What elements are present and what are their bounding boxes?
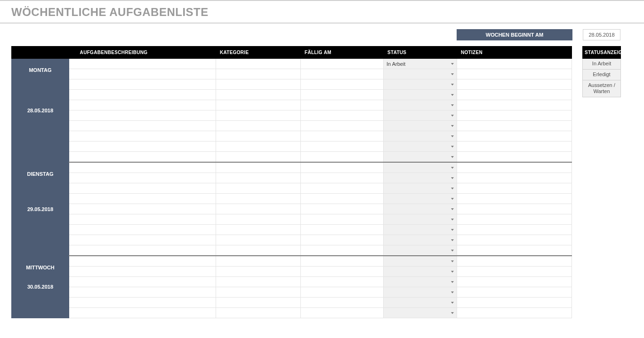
category-cell[interactable] xyxy=(216,79,301,90)
category-cell[interactable] xyxy=(216,256,301,267)
status-dropdown[interactable] xyxy=(384,204,457,214)
desc-cell[interactable] xyxy=(69,121,216,131)
status-dropdown[interactable] xyxy=(384,141,457,152)
due-cell[interactable] xyxy=(301,79,384,90)
due-cell[interactable] xyxy=(301,90,384,100)
due-cell[interactable] xyxy=(301,204,384,214)
category-cell[interactable] xyxy=(216,90,301,100)
status-dropdown[interactable] xyxy=(384,245,457,256)
desc-cell[interactable] xyxy=(69,256,216,267)
status-dropdown[interactable] xyxy=(384,277,457,287)
due-cell[interactable] xyxy=(301,59,384,69)
notes-cell[interactable] xyxy=(457,79,572,90)
category-cell[interactable] xyxy=(216,235,301,245)
notes-cell[interactable] xyxy=(457,90,572,100)
desc-cell[interactable] xyxy=(69,69,216,79)
status-dropdown[interactable] xyxy=(384,110,457,121)
status-dropdown[interactable] xyxy=(384,194,457,204)
status-dropdown[interactable] xyxy=(384,183,457,194)
desc-cell[interactable] xyxy=(69,59,216,69)
status-dropdown[interactable] xyxy=(384,121,457,131)
notes-cell[interactable] xyxy=(457,141,572,152)
due-cell[interactable] xyxy=(301,194,384,204)
notes-cell[interactable] xyxy=(457,277,572,287)
notes-cell[interactable] xyxy=(457,194,572,204)
category-cell[interactable] xyxy=(216,308,301,318)
category-cell[interactable] xyxy=(216,121,301,131)
desc-cell[interactable] xyxy=(69,100,216,110)
due-cell[interactable] xyxy=(301,235,384,245)
desc-cell[interactable] xyxy=(69,308,216,318)
category-cell[interactable] xyxy=(216,204,301,214)
desc-cell[interactable] xyxy=(69,204,216,214)
due-cell[interactable] xyxy=(301,152,384,163)
due-cell[interactable] xyxy=(301,121,384,131)
due-cell[interactable] xyxy=(301,141,384,152)
category-cell[interactable] xyxy=(216,245,301,256)
due-cell[interactable] xyxy=(301,69,384,79)
notes-cell[interactable] xyxy=(457,214,572,225)
desc-cell[interactable] xyxy=(69,235,216,245)
desc-cell[interactable] xyxy=(69,298,216,308)
category-cell[interactable] xyxy=(216,214,301,225)
due-cell[interactable] xyxy=(301,173,384,183)
notes-cell[interactable] xyxy=(457,256,572,267)
category-cell[interactable] xyxy=(216,183,301,194)
category-cell[interactable] xyxy=(216,69,301,79)
notes-cell[interactable] xyxy=(457,298,572,308)
notes-cell[interactable] xyxy=(457,100,572,110)
desc-cell[interactable] xyxy=(69,277,216,287)
category-cell[interactable] xyxy=(216,152,301,163)
status-dropdown[interactable]: In Arbeit xyxy=(384,59,457,69)
notes-cell[interactable] xyxy=(457,235,572,245)
due-cell[interactable] xyxy=(301,131,384,141)
status-dropdown[interactable] xyxy=(384,152,457,163)
notes-cell[interactable] xyxy=(457,287,572,298)
category-cell[interactable] xyxy=(216,173,301,183)
category-cell[interactable] xyxy=(216,141,301,152)
status-dropdown[interactable] xyxy=(384,235,457,245)
due-cell[interactable] xyxy=(301,267,384,277)
notes-cell[interactable] xyxy=(457,308,572,318)
notes-cell[interactable] xyxy=(457,121,572,131)
category-cell[interactable] xyxy=(216,110,301,121)
status-dropdown[interactable] xyxy=(384,100,457,110)
desc-cell[interactable] xyxy=(69,287,216,298)
status-dropdown[interactable] xyxy=(384,225,457,235)
desc-cell[interactable] xyxy=(69,214,216,225)
category-cell[interactable] xyxy=(216,59,301,69)
status-dropdown[interactable] xyxy=(384,256,457,267)
desc-cell[interactable] xyxy=(69,90,216,100)
desc-cell[interactable] xyxy=(69,162,216,173)
notes-cell[interactable] xyxy=(457,59,572,69)
status-dropdown[interactable] xyxy=(384,308,457,318)
status-dropdown[interactable] xyxy=(384,267,457,277)
status-dropdown[interactable] xyxy=(384,69,457,79)
due-cell[interactable] xyxy=(301,308,384,318)
notes-cell[interactable] xyxy=(457,245,572,256)
category-cell[interactable] xyxy=(216,298,301,308)
notes-cell[interactable] xyxy=(457,204,572,214)
notes-cell[interactable] xyxy=(457,267,572,277)
due-cell[interactable] xyxy=(301,245,384,256)
status-dropdown[interactable] xyxy=(384,79,457,90)
status-dropdown[interactable] xyxy=(384,298,457,308)
notes-cell[interactable] xyxy=(457,173,572,183)
due-cell[interactable] xyxy=(301,100,384,110)
week-start-date-input[interactable]: 28.05.2018 xyxy=(583,29,620,40)
desc-cell[interactable] xyxy=(69,225,216,235)
notes-cell[interactable] xyxy=(457,110,572,121)
due-cell[interactable] xyxy=(301,183,384,194)
desc-cell[interactable] xyxy=(69,183,216,194)
category-cell[interactable] xyxy=(216,267,301,277)
due-cell[interactable] xyxy=(301,287,384,298)
due-cell[interactable] xyxy=(301,162,384,173)
notes-cell[interactable] xyxy=(457,152,572,163)
due-cell[interactable] xyxy=(301,277,384,287)
status-dropdown[interactable] xyxy=(384,287,457,298)
due-cell[interactable] xyxy=(301,225,384,235)
category-cell[interactable] xyxy=(216,287,301,298)
desc-cell[interactable] xyxy=(69,110,216,121)
desc-cell[interactable] xyxy=(69,141,216,152)
status-dropdown[interactable] xyxy=(384,131,457,141)
